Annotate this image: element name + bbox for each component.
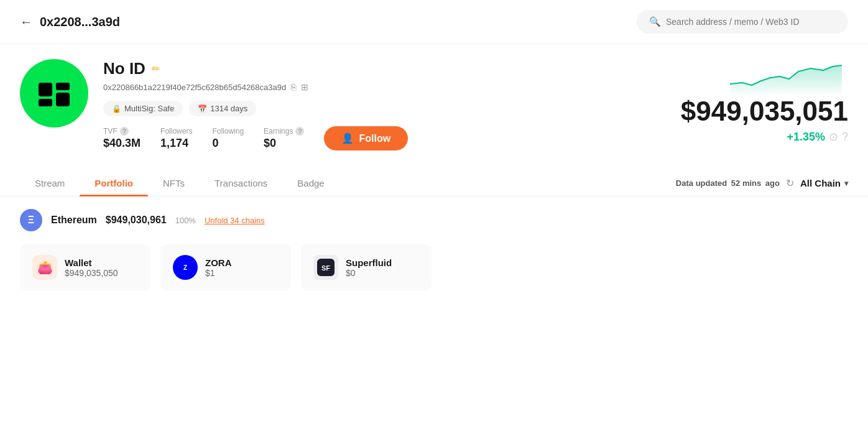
stat-earnings: Earnings ? $0	[264, 127, 304, 150]
qr-icon[interactable]: ⊞	[301, 82, 308, 92]
back-button[interactable]: ←	[20, 15, 32, 29]
ethereum-logo: Ξ	[20, 209, 42, 231]
search-input[interactable]	[666, 17, 836, 27]
balance-amount: $949,035,051	[681, 96, 848, 126]
zora-info: ZORA $1	[205, 257, 232, 278]
chain-name: Ethereum	[51, 215, 97, 226]
superfluid-info: Superfluid $0	[346, 257, 392, 278]
earnings-label: Earnings ?	[264, 127, 304, 136]
user-plus-icon: 👤	[341, 132, 354, 144]
tabs-left: Stream Portfolio NFTs Transactions Badge	[20, 170, 339, 196]
profile-section: No ID ✏ 0x220866b1a2219f40e72f5c628b65d5…	[0, 44, 868, 150]
chain-selector[interactable]: All Chain ▾	[800, 178, 848, 188]
svg-text:Z: Z	[183, 264, 187, 271]
zora-value: $1	[205, 268, 232, 278]
balance-help-icon[interactable]: ?	[842, 131, 848, 144]
chain-value: $949,030,961	[106, 215, 167, 226]
follow-button[interactable]: 👤 Follow	[324, 126, 408, 150]
calendar-icon: 📅	[198, 104, 207, 113]
token-card-zora: Z ZORA $1	[160, 244, 291, 291]
header: ← 0x2208...3a9d 🔍	[0, 0, 868, 44]
stat-following: Following 0	[212, 127, 244, 150]
lock-icon: 🔒	[112, 104, 121, 113]
chain-pct: 100%	[175, 216, 196, 225]
search-bar[interactable]: 🔍	[637, 10, 848, 34]
tabs-right: Data updated 52 mins ago ↻ All Chain ▾	[676, 177, 848, 189]
profile-name: No ID	[103, 59, 145, 78]
superfluid-icon: SF	[313, 255, 338, 280]
token-cards: 👛 Wallet $949,035,050 Z ZORA $1	[20, 244, 848, 291]
svg-rect-2	[56, 83, 70, 90]
balance-section: $949,035,051 +1.35% ⊙ ?	[681, 59, 848, 144]
tab-nfts[interactable]: NFTs	[148, 170, 200, 196]
zora-name: ZORA	[205, 257, 232, 268]
following-label: Following	[212, 127, 244, 136]
earnings-help-icon[interactable]: ?	[295, 127, 304, 136]
wallet-value: $949,035,050	[65, 268, 118, 278]
address-title: 0x2208...3a9d	[40, 15, 120, 29]
tag-days: 📅 1314 days	[189, 101, 256, 116]
full-address: 0x220866b1a2219f40e72f5c628b65d54268ca3a…	[103, 83, 286, 92]
balance-change: +1.35% ⊙ ?	[681, 130, 848, 144]
data-updated: Data updated 52 mins ago	[676, 178, 780, 188]
avatar	[20, 59, 88, 127]
edit-icon[interactable]: ✏	[152, 63, 160, 75]
data-updated-time: 52 mins	[731, 178, 761, 188]
portfolio-content: Ξ Ethereum $949,030,961 100% Unfold 34 c…	[0, 197, 868, 303]
svg-marker-4	[730, 65, 842, 96]
copy-icon[interactable]: ⎘	[291, 82, 296, 92]
wallet-info: Wallet $949,035,050	[65, 257, 118, 278]
followers-label: Followers	[160, 127, 192, 136]
stat-followers: Followers 1,174	[160, 127, 192, 150]
refresh-icon[interactable]: ↻	[786, 177, 794, 189]
tab-transactions[interactable]: Transactions	[200, 170, 282, 196]
header-left: ← 0x2208...3a9d	[20, 15, 120, 29]
token-card-superfluid: SF Superfluid $0	[301, 244, 432, 291]
svg-rect-0	[39, 83, 52, 96]
earnings-value: $0	[264, 137, 304, 150]
svg-rect-1	[39, 99, 52, 106]
balance-percent: +1.35%	[787, 131, 825, 144]
sparkline-chart	[730, 59, 842, 96]
search-icon: 🔍	[649, 16, 661, 27]
svg-text:SF: SF	[321, 264, 330, 272]
tag-multisig: 🔒 MultiSig: Safe	[103, 101, 183, 116]
balance-info-icon[interactable]: ⊙	[829, 130, 838, 144]
chevron-down-icon: ▾	[844, 179, 848, 188]
tvf-value: $40.3M	[103, 137, 141, 150]
superfluid-value: $0	[346, 268, 392, 278]
following-value: 0	[212, 137, 244, 150]
tvf-label: TVF ?	[103, 127, 141, 136]
tab-stream[interactable]: Stream	[20, 170, 80, 196]
chain-row: Ξ Ethereum $949,030,961 100% Unfold 34 c…	[20, 209, 848, 231]
svg-rect-3	[56, 93, 70, 106]
zora-icon: Z	[173, 255, 198, 280]
tab-badge[interactable]: Badge	[282, 170, 339, 196]
tvf-help-icon[interactable]: ?	[120, 127, 129, 136]
tabs-section: Stream Portfolio NFTs Transactions Badge…	[0, 170, 868, 197]
unfold-button[interactable]: Unfold 34 chains	[205, 216, 265, 225]
wallet-icon: 👛	[32, 255, 57, 280]
tab-portfolio[interactable]: Portfolio	[80, 170, 148, 196]
token-card-wallet: 👛 Wallet $949,035,050	[20, 244, 150, 291]
stat-tvf: TVF ? $40.3M	[103, 127, 141, 150]
superfluid-name: Superfluid	[346, 257, 392, 268]
wallet-name: Wallet	[65, 257, 118, 268]
followers-value: 1,174	[160, 137, 192, 150]
